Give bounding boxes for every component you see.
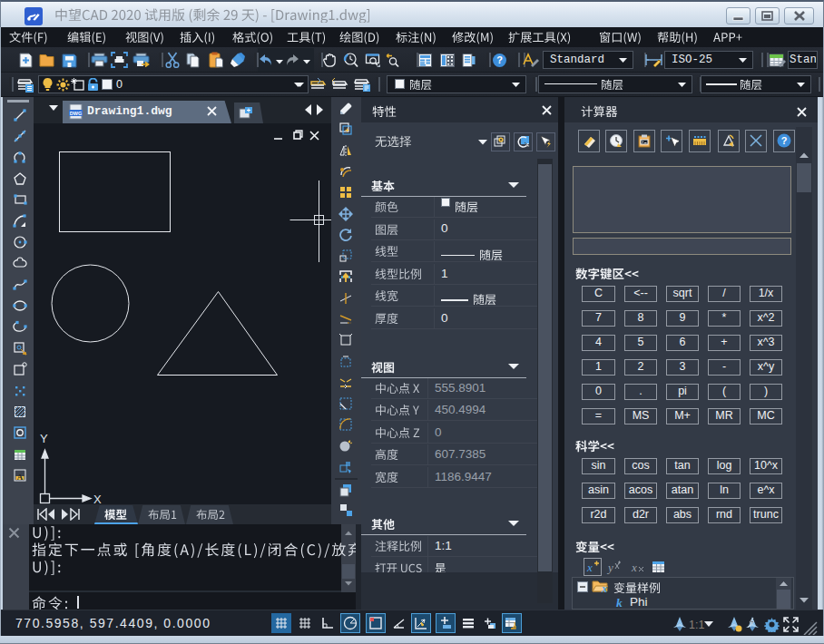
svg-text:y: y [606,561,613,574]
svg-text:X: X [93,493,102,504]
svg-text:A: A [17,473,24,482]
svg-text:?: ? [781,135,788,146]
svg-text:DWG: DWG [70,111,82,116]
svg-text:x: x [601,582,607,594]
svg-text:x: x [586,561,593,574]
svg-text:Y: Y [40,432,48,445]
svg-text:x: x [631,561,637,574]
svg-text:?: ? [496,54,503,65]
